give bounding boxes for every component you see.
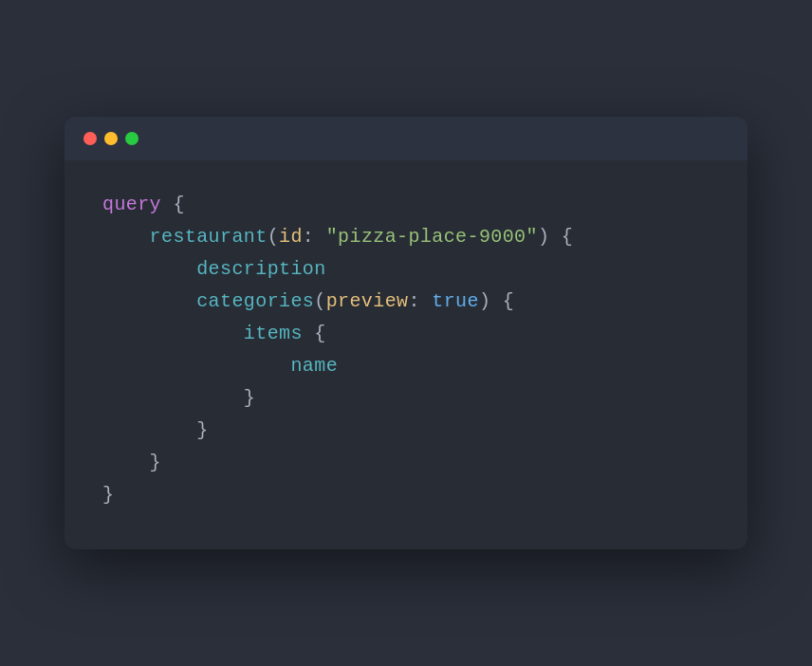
code-line: description [102,253,710,286]
code-line: query { [102,189,710,221]
minimize-button[interactable] [104,132,118,145]
token: } [150,452,161,473]
token: description [196,258,325,280]
token: ( [268,226,279,248]
code-editor: query { restaurant(id: "pizza-place-9000… [65,160,747,549]
code-line: } [102,415,710,447]
token: items [244,323,303,344]
close-button[interactable] [83,132,97,145]
token: } [196,419,208,441]
token: : [408,290,432,312]
token: id [279,226,303,248]
token: "pizza-place-9000" [326,226,538,248]
token: } [244,387,255,409]
token: preview [326,290,409,312]
code-line: categories(preview: true) { [102,286,710,318]
code-line: restaurant(id: "pizza-place-9000") { [102,221,710,253]
token: { [161,194,185,215]
code-line: name [102,350,710,382]
token: : [303,226,326,248]
titlebar [65,117,747,160]
token: name [290,355,338,377]
token: query [102,194,161,215]
token: } [102,484,114,506]
token: true [432,290,479,312]
token: ( [314,290,325,312]
token: ) { [538,226,573,248]
code-line: } [102,447,710,479]
token: { [303,323,326,344]
maximize-button[interactable] [125,132,138,145]
code-line: items { [102,318,710,350]
code-line: } [102,382,710,415]
token: restaurant [150,226,268,248]
code-window: query { restaurant(id: "pizza-place-9000… [65,117,747,549]
token: categories [196,290,314,312]
token: ) { [479,290,514,312]
code-line: } [102,479,710,511]
